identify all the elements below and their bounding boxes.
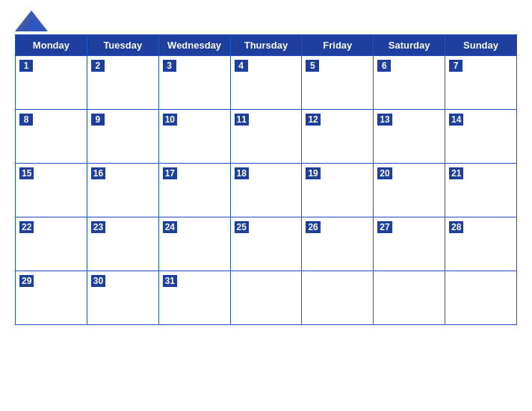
- day-number: 9: [91, 114, 105, 126]
- day-cell: 13: [374, 110, 445, 164]
- weekday-header-saturday: Saturday: [374, 35, 445, 56]
- day-cell: [302, 271, 374, 325]
- day-number: 25: [235, 221, 249, 233]
- day-cell: [374, 271, 445, 325]
- calendar-table: MondayTuesdayWednesdayThursdayFridaySatu…: [15, 34, 517, 325]
- day-cell: 10: [158, 110, 230, 164]
- day-cell: 5: [302, 56, 374, 110]
- day-cell: 16: [87, 164, 158, 217]
- day-cell: 4: [230, 56, 302, 110]
- weekday-header-row: MondayTuesdayWednesdayThursdayFridaySatu…: [16, 35, 517, 56]
- day-number: 2: [91, 60, 105, 72]
- day-number: 19: [306, 167, 320, 179]
- day-number: 27: [377, 221, 392, 233]
- week-row-2: 891011121314: [16, 110, 517, 164]
- day-cell: 23: [87, 217, 158, 271]
- day-number: 15: [19, 167, 34, 179]
- week-row-4: 22232425262728: [16, 217, 517, 271]
- day-number: 24: [163, 221, 177, 233]
- day-number: 29: [19, 275, 34, 287]
- day-number: 8: [19, 114, 33, 126]
- day-number: 23: [91, 221, 105, 233]
- day-number: 7: [449, 60, 463, 72]
- day-number: 12: [306, 114, 320, 126]
- day-cell: 19: [302, 164, 374, 217]
- day-number: 26: [306, 221, 320, 233]
- day-cell: 6: [374, 56, 445, 110]
- day-number: 17: [163, 167, 177, 179]
- weekday-header-monday: Monday: [16, 35, 87, 56]
- week-row-5: 293031: [16, 271, 517, 325]
- day-cell: 20: [374, 164, 445, 217]
- weekday-header-friday: Friday: [302, 35, 374, 56]
- day-number: 13: [377, 114, 392, 126]
- weekday-header-tuesday: Tuesday: [87, 35, 158, 56]
- day-cell: 11: [230, 110, 302, 164]
- day-cell: 18: [230, 164, 302, 217]
- day-cell: 7: [445, 56, 517, 110]
- day-cell: 30: [87, 271, 158, 325]
- day-cell: 29: [16, 271, 87, 325]
- day-cell: 22: [16, 217, 87, 271]
- day-number: 3: [163, 60, 176, 72]
- day-number: 20: [377, 167, 392, 179]
- day-cell: [230, 271, 302, 325]
- week-row-1: 1234567: [16, 56, 517, 110]
- day-number: 11: [235, 114, 249, 126]
- logo-icon: [15, 10, 48, 31]
- day-cell: 21: [445, 164, 517, 217]
- day-number: 22: [19, 221, 34, 233]
- day-number: 31: [163, 275, 177, 287]
- day-cell: 26: [302, 217, 374, 271]
- day-cell: 27: [374, 217, 445, 271]
- day-cell: 25: [230, 217, 302, 271]
- day-number: 30: [91, 275, 105, 287]
- logo: [15, 10, 48, 31]
- day-number: 6: [377, 60, 391, 72]
- day-cell: 31: [158, 271, 230, 325]
- day-number: 21: [449, 167, 463, 179]
- day-cell: 1: [16, 56, 87, 110]
- day-cell: 8: [16, 110, 87, 164]
- day-number: 10: [163, 114, 177, 126]
- day-cell: 12: [302, 110, 374, 164]
- day-number: 14: [449, 114, 463, 126]
- week-row-3: 15161718192021: [16, 164, 517, 217]
- day-number: 5: [306, 60, 319, 72]
- day-cell: 24: [158, 217, 230, 271]
- weekday-header-wednesday: Wednesday: [158, 35, 230, 56]
- day-cell: 3: [158, 56, 230, 110]
- day-cell: 17: [158, 164, 230, 217]
- day-number: 18: [235, 167, 249, 179]
- day-number: 16: [91, 167, 105, 179]
- day-number: 28: [449, 221, 463, 233]
- weekday-header-sunday: Sunday: [445, 35, 517, 56]
- day-cell: [445, 271, 517, 325]
- calendar-header: [15, 7, 517, 31]
- day-number: 1: [19, 60, 33, 72]
- day-cell: 28: [445, 217, 517, 271]
- day-cell: 2: [87, 56, 158, 110]
- weekday-header-thursday: Thursday: [230, 35, 302, 56]
- day-cell: 9: [87, 110, 158, 164]
- day-number: 4: [235, 60, 248, 72]
- day-cell: 14: [445, 110, 517, 164]
- day-cell: 15: [16, 164, 87, 217]
